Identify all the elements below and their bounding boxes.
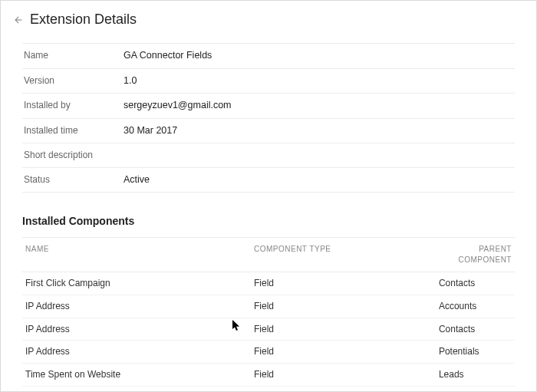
detail-row-status: Status Active [22,168,515,193]
td-type: Field [254,345,439,358]
td-name: Time Spent on Website [25,368,254,381]
table-row[interactable]: Time Spent on WebsiteFieldLeads [22,364,515,387]
detail-row-installed-by: Installed by sergeyzuev1@gmail.com [22,94,515,119]
page-header: Extension Details [1,1,536,37]
td-type: Field [254,368,439,381]
extension-details-page: Extension Details Name GA Connector Fiel… [0,0,537,392]
detail-value: sergeyzuev1@gmail.com [124,99,232,113]
td-name: IP Address [25,300,254,313]
td-name: First Click Campaign [25,277,254,290]
detail-value: GA Connector Fields [124,49,212,63]
td-parent: Leads [439,368,512,381]
detail-label: Status [24,173,124,186]
detail-value: 30 Mar 2017 [124,124,177,138]
detail-label: Name [24,49,124,62]
back-arrow-icon[interactable] [12,14,24,26]
td-parent: Accounts [439,300,512,313]
components-table: NAME COMPONENT TYPE PARENT COMPONENT Fir… [22,237,515,392]
td-parent: Potentials [439,345,512,358]
detail-label: Short description [24,149,124,162]
td-type: Field [254,277,439,290]
td-type: Field [254,300,439,313]
detail-row-installed-time: Installed time 30 Mar 2017 [22,119,515,144]
th-parent: PARENT COMPONENT [439,244,512,265]
detail-row-version: Version 1.0 [22,69,515,94]
detail-row-short-description: Short description [22,143,515,168]
details-section: Name GA Connector Fields Version 1.0 Ins… [22,43,515,193]
table-row[interactable]: IP AddressFieldPotentials [22,341,515,364]
td-parent: Contacts [439,277,512,290]
table-body: First Click CampaignFieldContactsIP Addr… [22,272,515,392]
page-title: Extension Details [30,10,137,29]
installed-components-title: Installed Components [22,214,515,229]
th-name: NAME [25,244,254,265]
table-row[interactable]: First Click CampaignFieldContacts [22,272,515,295]
td-parent: Contacts [439,323,512,336]
table-row[interactable]: Time Spent on WebsiteFieldAccounts [22,387,515,392]
th-type: COMPONENT TYPE [254,244,439,265]
td-name: IP Address [25,345,254,358]
detail-value: Active [124,173,150,187]
td-type: Field [254,323,439,336]
table-row[interactable]: IP AddressFieldAccounts [22,295,515,318]
detail-label: Installed time [24,124,124,137]
detail-row-name: Name GA Connector Fields [22,44,515,69]
td-name: IP Address [25,323,254,336]
table-header-row: NAME COMPONENT TYPE PARENT COMPONENT [22,237,515,272]
table-row[interactable]: IP AddressFieldContacts [22,318,515,341]
detail-label: Version [24,74,124,87]
detail-value: 1.0 [124,74,137,88]
detail-label: Installed by [24,99,124,112]
